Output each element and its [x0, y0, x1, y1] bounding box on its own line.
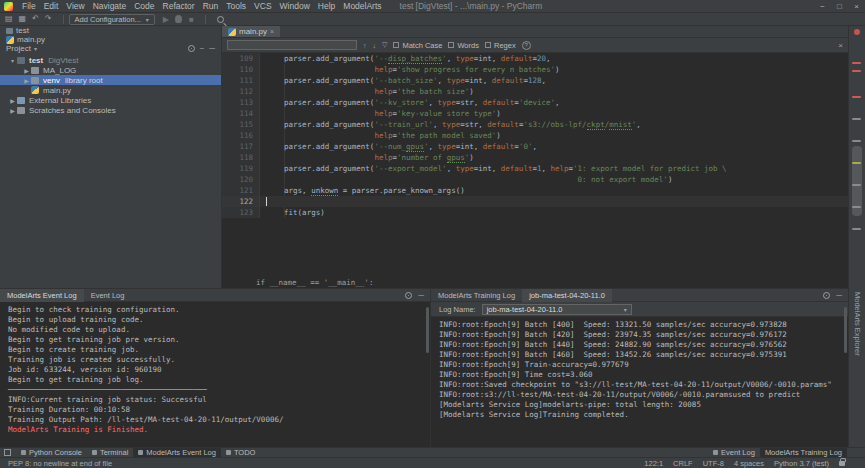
- close-tab-icon[interactable]: ×: [270, 28, 274, 35]
- undo-icon[interactable]: ↶: [32, 15, 39, 23]
- search-everywhere-icon[interactable]: [217, 16, 224, 23]
- menu-window[interactable]: Window: [276, 1, 314, 11]
- close-find-bar-icon[interactable]: ×: [838, 41, 843, 50]
- debug-button[interactable]: [175, 15, 182, 23]
- menu-navigate[interactable]: Navigate: [89, 1, 131, 11]
- menu-refactor[interactable]: Refactor: [159, 1, 199, 11]
- find-previous-icon[interactable]: ↑: [363, 42, 367, 49]
- menu-view[interactable]: View: [62, 1, 88, 11]
- code-line-111[interactable]: 111 parser.add_argument('--batch_size', …: [222, 75, 848, 86]
- navbar-file[interactable]: main.py: [0, 35, 221, 44]
- minimize-button[interactable]: −: [814, 2, 831, 11]
- code-line-117[interactable]: 117 parser.add_argument('--num_gpus', ty…: [222, 141, 848, 152]
- tree-chevron-icon[interactable]: ▶: [22, 77, 31, 84]
- hide-panel-icon[interactable]: ─: [418, 291, 424, 300]
- tree-chevron-icon[interactable]: ▾: [8, 57, 17, 64]
- tool-window-bar-test[interactable]: test: [0, 26, 221, 35]
- tree-chevron-icon[interactable]: ▶: [8, 97, 17, 104]
- code-line-118[interactable]: 118 help='number of gpus'): [222, 152, 848, 163]
- tab-job-log[interactable]: job-ma-test-04-20-11.0: [522, 289, 612, 302]
- hide-panel-icon[interactable]: ─: [836, 291, 842, 300]
- project-panel-header[interactable]: Project ▾ − ─: [0, 44, 221, 53]
- toolbtn-event-log[interactable]: Event Log: [708, 448, 760, 458]
- menu-file[interactable]: File: [18, 1, 40, 11]
- tab-event-log[interactable]: Event Log: [84, 289, 132, 302]
- words-option[interactable]: Words: [448, 41, 479, 50]
- gear-icon[interactable]: [823, 292, 830, 299]
- event-log-scrollbar[interactable]: [426, 307, 429, 353]
- menu-code[interactable]: Code: [130, 1, 158, 11]
- code-line-113[interactable]: 113 parser.add_argument('--kv_store', ty…: [222, 97, 848, 108]
- code-line-114[interactable]: 114 help='key-value store type'): [222, 108, 848, 119]
- code-line-119[interactable]: 119 parser.add_argument('--export_model'…: [222, 163, 848, 174]
- line-separator[interactable]: CRLF: [673, 459, 693, 468]
- tool-window-switcher-icon[interactable]: [4, 449, 11, 456]
- log-name-select[interactable]: job-ma-test-04-20-11.0 ▾: [482, 304, 632, 315]
- tree-item-external-libraries[interactable]: ▶External Libraries: [0, 95, 221, 105]
- training-log-scrollbar[interactable]: [844, 307, 847, 353]
- hide-panel-icon[interactable]: ─: [209, 44, 215, 53]
- save-icon[interactable]: ▦: [19, 15, 27, 23]
- tab-modelarts-event-log[interactable]: ModelArts Event Log: [0, 289, 84, 302]
- chevron-down-icon: ▾: [146, 16, 149, 23]
- match-case-checkbox[interactable]: [393, 42, 399, 48]
- run-button[interactable]: ▶: [163, 15, 169, 24]
- line-number: 115: [222, 119, 260, 130]
- editor-scrollbar[interactable]: [852, 146, 862, 216]
- menu-run[interactable]: Run: [199, 1, 223, 11]
- tree-item-ma-log[interactable]: ▶MA_LOG: [0, 65, 221, 75]
- collapse-all-icon[interactable]: −: [200, 44, 205, 53]
- maximize-button[interactable]: □: [831, 2, 848, 11]
- code-line-123[interactable]: 123 fit(args): [222, 207, 848, 218]
- regex-checkbox[interactable]: [485, 42, 491, 48]
- indent-setting[interactable]: 4 spaces: [734, 459, 764, 468]
- find-input[interactable]: [227, 40, 357, 50]
- menu-help[interactable]: Help: [314, 1, 339, 11]
- error-indicator-icon[interactable]: [854, 29, 860, 35]
- tree-item-test[interactable]: ▾testDigVtest: [0, 55, 221, 65]
- regex-option[interactable]: Regex: [485, 41, 516, 50]
- close-button[interactable]: ×: [848, 2, 865, 11]
- breadcrumbs[interactable]: if __name__ == '__main__':: [222, 277, 848, 288]
- menu-vcs[interactable]: VCS: [250, 1, 275, 11]
- code-line-109[interactable]: 109 parser.add_argument('--disp_batches'…: [222, 53, 848, 64]
- match-case-option[interactable]: Match Case: [393, 41, 442, 50]
- gear-icon[interactable]: [405, 292, 412, 299]
- tree-item-main-py[interactable]: main.py: [0, 85, 221, 95]
- menu-modelarts[interactable]: ModelArts: [339, 1, 385, 11]
- code-line-121[interactable]: 121 args, unkown = parser.parse_known_ar…: [222, 185, 848, 196]
- tree-item-scratches-and-consoles[interactable]: ▶Scratches and Consoles: [0, 105, 221, 115]
- code-line-122[interactable]: 122: [222, 196, 848, 207]
- gear-icon[interactable]: [188, 45, 195, 52]
- caret-position[interactable]: 122:1: [644, 459, 663, 468]
- words-checkbox[interactable]: [448, 42, 454, 48]
- lock-icon[interactable]: [839, 461, 845, 466]
- toolbtn-terminal[interactable]: Terminal: [87, 448, 133, 458]
- tree-chevron-icon[interactable]: ▶: [8, 107, 17, 114]
- menu-tools[interactable]: Tools: [222, 1, 250, 11]
- code-line-116[interactable]: 116 help='the path model saved'): [222, 130, 848, 141]
- toolbtn-todo[interactable]: TODO: [221, 448, 261, 458]
- toolbtn-modelarts-event-log[interactable]: ModelArts Event Log: [133, 448, 221, 458]
- code-area[interactable]: 109 parser.add_argument('--disp_batches'…: [222, 53, 848, 277]
- stop-button[interactable]: ■: [189, 15, 194, 24]
- tree-item-venv[interactable]: ▶venvlibrary root: [0, 75, 221, 85]
- code-line-110[interactable]: 110 help='show progress for every n batc…: [222, 64, 848, 75]
- tree-chevron-icon[interactable]: ▶: [22, 67, 31, 74]
- find-next-icon[interactable]: ↓: [373, 42, 377, 49]
- python-interpreter[interactable]: Python 3.7 (test): [774, 459, 829, 468]
- editor-tab-main-py[interactable]: main.py ×: [222, 26, 280, 37]
- code-line-112[interactable]: 112 help='the batch size'): [222, 86, 848, 97]
- code-line-115[interactable]: 115 parser.add_argument('--train_url', t…: [222, 119, 848, 130]
- code-line-120[interactable]: 120 0: not export model'): [222, 174, 848, 185]
- filter-icon[interactable]: ▽: [382, 41, 387, 49]
- run-configuration-select[interactable]: Add Configuration... ▾: [69, 14, 155, 25]
- toolbtn-modelarts-training-log[interactable]: ModelArts Training Log: [760, 448, 847, 458]
- help-icon[interactable]: ?: [522, 41, 531, 50]
- open-icon[interactable]: ▤: [5, 15, 13, 23]
- tool-window-button-modelarts-explorer[interactable]: ModelArts Explorer: [853, 292, 862, 356]
- toolbtn-python-console[interactable]: Python Console: [16, 448, 87, 458]
- menu-edit[interactable]: Edit: [40, 1, 63, 11]
- file-encoding[interactable]: UTF-8: [703, 459, 724, 468]
- redo-icon[interactable]: ↷: [45, 15, 52, 23]
